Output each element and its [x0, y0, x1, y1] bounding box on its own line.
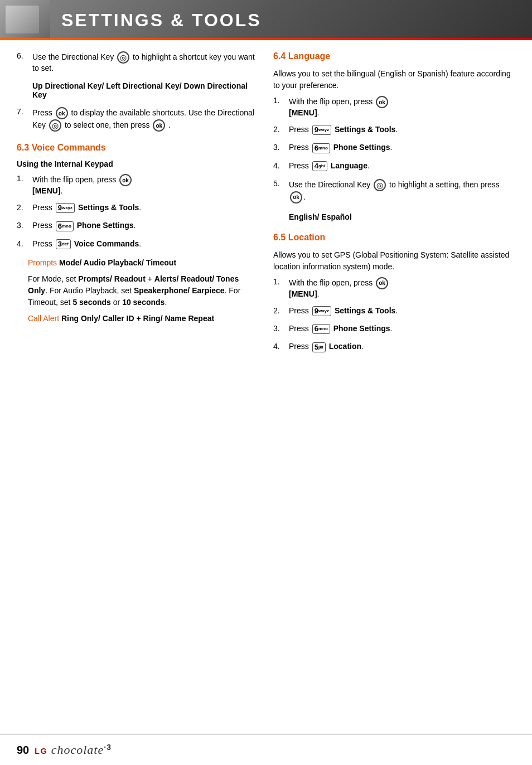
lang-step3-press: Press: [289, 143, 311, 152]
lang-step-num-1: 1.: [273, 96, 284, 117]
lang-step1-menu: [MENU]: [289, 108, 317, 117]
prompts-mode-heading: Mode/ Audio Playback/ Timeout: [59, 258, 176, 267]
page-header: SETTINGS & TOOLS: [0, 0, 532, 40]
prompts-bold2: Speakerphone/ Earpiece: [134, 286, 225, 295]
step1-menu-key: [MENU]: [32, 186, 61, 195]
loc-step-3-content: Press 6mno Phone Settings.: [289, 324, 513, 334]
lang-step3-label: Phone Settings: [333, 143, 390, 152]
lang-step4-label: Language: [331, 161, 367, 170]
call-alert-heading: Call Alert Ring Only/ Caller ID + Ring/ …: [28, 313, 257, 325]
ok-button-icon-2: ok: [153, 119, 165, 132]
item6-intro-text: Use the Directional Key: [32, 52, 114, 61]
loc-step-num-3: 3.: [273, 324, 284, 334]
loc-step2-label: Settings & Tools: [335, 306, 395, 315]
call-alert-block: Call Alert Ring Only/ Caller ID + Ring/ …: [28, 313, 257, 325]
step-num-4: 4.: [17, 239, 28, 249]
step2-press: Press: [32, 203, 55, 212]
section-64-heading: 6.4 Language: [273, 51, 513, 61]
brand-name: chocolate: [51, 743, 104, 757]
ok-button-icon-lang5: ok: [290, 191, 302, 204]
prompts-bold3: 5 seconds: [72, 298, 110, 307]
lang-step-1-content: With the flip open, press ok [MENU].: [289, 96, 513, 117]
loc-step4-label: Location: [329, 342, 361, 351]
step-2: 2. Press 9wxyz Settings & Tools.: [17, 203, 257, 213]
lang-step-3: 3. Press 6mno Phone Settings.: [273, 143, 513, 153]
lang-step4-press: Press: [289, 161, 311, 170]
lang-step-2-content: Press 9wxyz Settings & Tools.: [289, 125, 513, 135]
key-6mno-lang: 6mno: [312, 143, 330, 153]
ok-button-icon-1: ok: [56, 107, 68, 119]
key-4ghi: 4ghi: [312, 161, 327, 171]
key-9wxyz-lang: 9wxyz: [312, 125, 331, 135]
item-number-6: 6.: [17, 51, 28, 99]
prompts-period: .: [165, 298, 167, 307]
brand-lg: LG: [35, 747, 47, 756]
lang-step-num-2: 2.: [273, 125, 284, 135]
step-num-2: 2.: [17, 203, 28, 213]
loc-description: Allows you to set GPS (Global Positionin…: [273, 249, 513, 273]
page-footer: 90 LG chocolate·3: [0, 734, 532, 765]
loc-step-num-1: 1.: [273, 277, 284, 298]
lang-step2-label: Settings & Tools: [335, 125, 395, 134]
loc-step-4-content: Press 5jkl Location.: [289, 342, 513, 352]
step3-label: Phone Settings: [77, 221, 134, 230]
item-7-content: Press ok to display the available shortc…: [32, 107, 257, 132]
ok-button-icon-lang1: ok: [376, 96, 388, 108]
right-column: 6.4 Language Allows you to set the bilin…: [273, 51, 513, 360]
list-item-7: 7. Press ok to display the available sho…: [17, 107, 257, 132]
list-item-6: 6. Use the Directional Key to highlight …: [17, 51, 257, 99]
item7-period: .: [168, 120, 171, 129]
step-num-1: 1.: [17, 174, 28, 195]
lang-step-5: 5. Use the Directional Key to highlight …: [273, 179, 513, 221]
step-3: 3. Press 6mno Phone Settings.: [17, 221, 257, 231]
directional-key-icon-2: [49, 119, 61, 132]
directional-key-icon-lang: [374, 179, 386, 191]
item7-text2: to select one, then press: [65, 120, 152, 129]
prompts-plus: +: [146, 274, 154, 283]
left-column: 6. Use the Directional Key to highlight …: [17, 51, 257, 360]
lang-step-1: 1. With the flip open, press ok [MENU].: [273, 96, 513, 117]
key-9wxyz-1: 9wxyz: [56, 203, 75, 213]
step1-text: With the flip open, press: [32, 175, 118, 184]
directional-key-icon-1: [117, 51, 129, 64]
prompts-heading: Prompts Mode/ Audio Playback/ Timeout: [28, 257, 257, 269]
lang-step-num-5: 5.: [273, 179, 284, 221]
lang-result: English/ Español: [289, 212, 352, 221]
loc-step-2-content: Press 9wxyz Settings & Tools.: [289, 306, 513, 316]
ok-button-icon-loc1: ok: [376, 277, 388, 289]
header-title: SETTINGS & TOOLS: [50, 0, 262, 40]
lang-step-4-content: Press 4ghi Language.: [289, 161, 513, 171]
step-3-content: Press 6mno Phone Settings.: [32, 221, 257, 231]
prompts-bold1: Prompts/ Readout: [78, 274, 146, 283]
prompts-or: or: [111, 298, 122, 307]
section-63-heading: 6.3 Voice Commands: [17, 143, 257, 153]
prompts-label: Prompts: [28, 258, 57, 267]
section-65-heading: 6.5 Location: [273, 233, 513, 243]
lang-step-num-3: 3.: [273, 143, 284, 153]
step2-label: Settings & Tools: [78, 203, 139, 212]
header-bar: [0, 38, 532, 40]
ok-button-icon-step1: ok: [119, 174, 132, 186]
loc-step2-press: Press: [289, 306, 311, 315]
item6-bold: Up Directional Key/ Left Directional Key…: [32, 81, 248, 99]
lang-description: Allows you to set the bilingual (English…: [273, 68, 513, 91]
item-6-content: Use the Directional Key to highlight a s…: [32, 51, 257, 99]
lang-step1-text: With the flip open, press: [289, 97, 375, 106]
brand: LG chocolate·3: [35, 743, 112, 757]
loc-step-1-content: With the flip open, press ok [MENU].: [289, 277, 513, 298]
item-number-7: 7.: [17, 107, 28, 132]
loc-step3-label: Phone Settings: [333, 324, 390, 333]
key-6mno-loc: 6mno: [312, 324, 330, 334]
key-9wxyz-loc: 9wxyz: [312, 306, 331, 316]
prompts-detail: For Mode, set Prompts/ Readout + Alerts/…: [28, 273, 257, 308]
loc-step-1: 1. With the flip open, press ok [MENU].: [273, 277, 513, 298]
loc-step3-press: Press: [289, 324, 311, 333]
key-3def: 3def: [56, 239, 71, 249]
prompts-block: Prompts Mode/ Audio Playback/ Timeout Fo…: [28, 257, 257, 308]
page-number: 90: [17, 744, 29, 757]
step4-press: Press: [32, 239, 55, 248]
lang-step-4: 4. Press 4ghi Language.: [273, 161, 513, 171]
loc-step1-menu: [MENU]: [289, 289, 317, 298]
step-num-3: 3.: [17, 221, 28, 231]
loc-step-num-4: 4.: [273, 342, 284, 352]
